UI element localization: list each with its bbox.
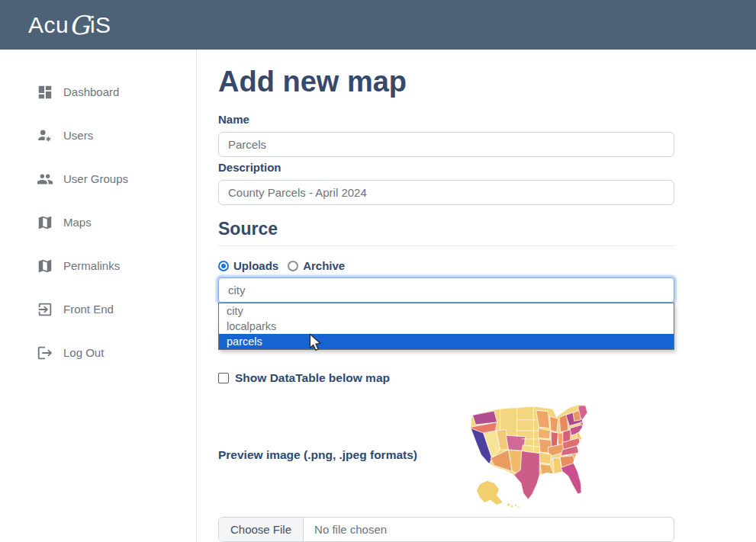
sidebar-item-label: User Groups xyxy=(63,172,128,185)
sidebar-item-label: Log Out xyxy=(63,346,104,359)
logo-suffix: iS xyxy=(90,12,111,37)
name-input[interactable] xyxy=(218,132,674,157)
enter-app-icon xyxy=(37,301,53,318)
user-gear-icon xyxy=(37,127,53,144)
preview-map-image xyxy=(463,399,606,511)
datatable-check-row: Show DataTable below map xyxy=(218,371,674,384)
sidebar-item-dashboard[interactable]: Dashboard xyxy=(0,70,196,114)
sidebar-item-permalinks[interactable]: Permalinks xyxy=(0,244,196,287)
dropdown-option-parcels[interactable]: parcels xyxy=(219,334,674,349)
sidebar-nav: Dashboard Users User Groups Maps Permali… xyxy=(0,50,197,542)
logout-icon xyxy=(37,345,53,361)
file-status-text: No file chosen xyxy=(304,518,387,541)
datatable-checkbox-label: Show DataTable below map xyxy=(235,371,390,385)
people-icon xyxy=(37,171,53,188)
uploads-radio-label: Uploads xyxy=(233,259,278,272)
sidebar-item-log-out[interactable]: Log Out xyxy=(0,331,196,374)
name-label: Name xyxy=(218,113,674,127)
section-divider xyxy=(218,245,674,246)
source-radio-group: Uploads Archive xyxy=(218,259,674,272)
page-title: Add new map xyxy=(218,66,674,98)
dropdown-option-localparks[interactable]: localparks xyxy=(219,319,674,334)
app-logo: AcuGiS xyxy=(28,12,111,38)
sidebar-item-users[interactable]: Users xyxy=(0,114,196,157)
uploads-radio[interactable] xyxy=(218,261,229,271)
map-icon xyxy=(37,214,53,231)
preview-row: Preview image (.png, .jpeg formats) xyxy=(218,399,674,511)
preview-image-label: Preview image (.png, .jpeg formats) xyxy=(218,448,417,462)
sidebar-item-label: Maps xyxy=(63,216,92,229)
source-section-title: Source xyxy=(218,219,674,239)
sidebar-item-user-groups[interactable]: User Groups xyxy=(0,157,196,200)
sidebar-item-maps[interactable]: Maps xyxy=(0,200,196,244)
choose-file-button[interactable]: Choose File xyxy=(219,518,304,541)
source-combo-input[interactable] xyxy=(218,277,674,303)
logo-g: G xyxy=(69,10,90,40)
main-content: Add new map Name Description Source Uplo… xyxy=(197,50,756,542)
description-label: Description xyxy=(218,161,674,175)
sidebar-item-label: Permalinks xyxy=(63,259,120,272)
dashboard-icon xyxy=(37,84,53,101)
description-input[interactable] xyxy=(218,180,674,205)
sidebar-item-label: Front End xyxy=(63,303,114,316)
map-icon xyxy=(37,258,53,274)
preview-file-input[interactable]: Choose File No file chosen xyxy=(218,517,674,542)
archive-radio[interactable] xyxy=(288,261,298,271)
source-dropdown-list: city localparks parcels xyxy=(218,303,674,350)
logo-prefix: Acu xyxy=(28,12,69,37)
sidebar-item-label: Dashboard xyxy=(63,85,119,98)
sidebar-item-front-end[interactable]: Front End xyxy=(0,287,196,331)
sidebar-item-label: Users xyxy=(63,129,93,142)
top-header: AcuGiS xyxy=(0,0,756,50)
archive-radio-label: Archive xyxy=(303,259,345,272)
dropdown-option-city[interactable]: city xyxy=(219,303,674,319)
datatable-checkbox[interactable] xyxy=(218,373,229,383)
